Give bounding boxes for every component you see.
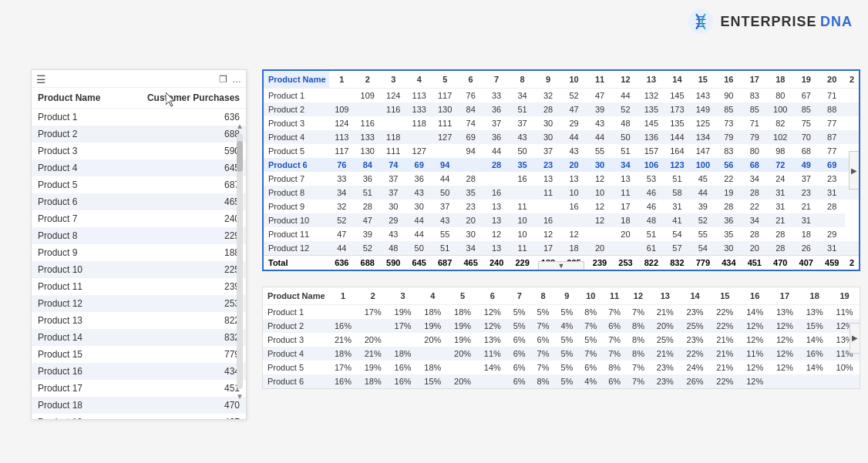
right-arrow-icon: ▶ xyxy=(851,166,857,175)
matrix-top-wrapper: Product Name1234567891011121314151617181… xyxy=(262,69,860,271)
right-arrow-icon-bottom: ▶ xyxy=(852,334,858,342)
matrix-bottom-scroll[interactable]: Product Name1234567891011121314151617181… xyxy=(263,287,860,388)
table-row: Product 12445248505134131117182061575430… xyxy=(264,241,859,256)
matrix-top: Product Name1234567891011121314151617181… xyxy=(262,69,860,271)
list-item: Product 8229 xyxy=(32,227,246,244)
col-header-bottom-1: 1 xyxy=(328,287,358,305)
list-item: Product 18470 xyxy=(32,397,246,414)
col-header-5: 5 xyxy=(432,71,457,89)
table-row: Product 51171301111279444503743555115716… xyxy=(264,144,859,158)
col-header-18: 18 xyxy=(768,71,793,89)
col-header-14: 14 xyxy=(664,71,690,89)
table-row: Product 41131331181276936433044445013614… xyxy=(264,130,859,144)
col-header-bottom-15: 15 xyxy=(710,287,740,305)
col-header-bottom-9: 9 xyxy=(555,287,579,305)
col-header-bottom-10: 10 xyxy=(579,287,603,305)
col-header-6: 6 xyxy=(458,71,483,89)
left-panel: ☰ ❐ … Product Name Customer Purchases Pr… xyxy=(31,69,247,420)
col-header-9: 9 xyxy=(535,71,560,89)
matrix-top-scroll[interactable]: Product Name1234567891011121314151617181… xyxy=(264,71,859,270)
table-row: Product 21091161331308436512847395213517… xyxy=(264,102,859,116)
header: ENTERPRISE DNA xyxy=(687,8,853,35)
table-row: Product 616%18%16%15%20%6%8%5%4%6%7%23%2… xyxy=(263,374,860,388)
scroll-down-icon[interactable]: ▼ xyxy=(236,392,244,401)
list-item: Product 4645 xyxy=(32,159,246,176)
col-header-4: 4 xyxy=(406,71,432,89)
list-item: Product 5687 xyxy=(32,176,246,193)
col-header-bottom-11: 11 xyxy=(603,287,627,305)
col-header-bottom-16: 16 xyxy=(740,287,770,305)
scroll-down-btn[interactable]: ▼ xyxy=(538,261,584,270)
list-item: Product 16434 xyxy=(32,363,246,380)
table-row: Product 31241161181117437373029434814513… xyxy=(264,116,859,130)
col-header-bottom-13: 13 xyxy=(650,287,680,305)
matrix-bottom-table: Product Name1234567891011121314151617181… xyxy=(263,287,860,388)
list-item: Product 12253 xyxy=(32,295,246,312)
panel-table: Product Name Customer Purchases Product … xyxy=(32,88,246,419)
table-row: Product 83451374350351611101011465844192… xyxy=(264,186,859,200)
table-row: Product 418%21%18%20%11%6%7%5%7%7%8%21%2… xyxy=(263,347,860,361)
scroll-thumb[interactable] xyxy=(237,141,243,172)
col-header-bottom-12: 12 xyxy=(627,287,651,305)
col-header-bottom-5: 5 xyxy=(448,287,478,305)
panel-header: ☰ ❐ … xyxy=(32,70,246,88)
table-row: Product 321%20%20%19%13%6%6%5%5%7%8%25%2… xyxy=(263,333,860,347)
col-header-3: 3 xyxy=(381,71,406,89)
list-item: Product 1636 xyxy=(32,109,246,126)
list-item: Product 6465 xyxy=(32,193,246,210)
table-row: Product 11473943445530121012122051545535… xyxy=(264,227,859,241)
col-header-17: 17 xyxy=(742,71,767,89)
more-icon[interactable]: … xyxy=(232,74,241,85)
list-item: Product 19407 xyxy=(32,414,246,419)
col-header-bottom-8: 8 xyxy=(531,287,555,305)
scroll-right-btn[interactable]: ▶ xyxy=(849,151,860,190)
col-header-10: 10 xyxy=(561,71,587,89)
table-row: Product 73336373644281613131213535145223… xyxy=(264,172,859,186)
panel-scrollbar[interactable]: ▲ ▼ xyxy=(235,119,244,404)
list-item: Product 11239 xyxy=(32,278,246,295)
list-item: Product 17451 xyxy=(32,380,246,397)
table-row: Product 93228303037231311161217463139282… xyxy=(264,200,859,213)
col-header-8: 8 xyxy=(510,71,535,89)
col-header-16: 16 xyxy=(716,71,742,89)
matrix-bottom-wrapper: Product Name1234567891011121314151617181… xyxy=(262,287,860,389)
col-header-bottom-0: Product Name xyxy=(263,287,328,305)
scroll-right-btn-bottom[interactable]: ▶ xyxy=(849,323,860,354)
panel-actions: ❐ … xyxy=(219,74,241,85)
col-purchases: Customer Purchases xyxy=(121,88,246,109)
logo-text: ENTERPRISE DNA xyxy=(721,14,853,30)
col-header-12: 12 xyxy=(613,71,638,89)
col-header-bottom-3: 3 xyxy=(388,287,418,305)
col-header-1: 1 xyxy=(329,71,355,89)
list-item: Product 9188 xyxy=(32,244,246,261)
expand-icon[interactable]: ❐ xyxy=(219,74,227,85)
matrix-bottom: Product Name1234567891011121314151617181… xyxy=(262,287,860,389)
dna-icon xyxy=(687,8,715,35)
col-header-19: 19 xyxy=(793,71,819,89)
col-header-15: 15 xyxy=(690,71,715,89)
scroll-up-icon[interactable]: ▲ xyxy=(236,122,244,130)
list-item: Product 3590 xyxy=(32,143,246,159)
list-item: Product 15779 xyxy=(32,346,246,363)
col-product-name: Product Name xyxy=(32,88,121,109)
table-row: Product 10524729444320131016121848415236… xyxy=(264,213,859,227)
table-row: Product 117%19%18%18%12%5%5%5%8%7%7%21%2… xyxy=(263,305,860,320)
col-header-bottom-19: 19 xyxy=(829,287,860,305)
col-header-bottom-7: 7 xyxy=(507,287,531,305)
list-item: Product 10225 xyxy=(32,261,246,278)
matrix-top-table: Product Name1234567891011121314151617181… xyxy=(264,71,859,270)
table-row: Product 67684746994283523203034106123100… xyxy=(264,158,859,172)
panel-scroll-area[interactable]: Product Name Customer Purchases Product … xyxy=(32,88,246,419)
table-row: Product 11091241131177633343252474413214… xyxy=(264,89,859,103)
col-header-0: Product Name xyxy=(264,71,329,89)
col-header-11: 11 xyxy=(587,71,612,89)
col-header-7: 7 xyxy=(483,71,509,89)
main-area: Product Name1234567891011121314151617181… xyxy=(262,69,860,440)
down-arrow-icon: ▼ xyxy=(558,262,565,270)
list-item: Product 7240 xyxy=(32,210,246,227)
list-item: Product 14832 xyxy=(32,329,246,346)
hamburger-icon[interactable]: ☰ xyxy=(36,73,46,86)
table-row: Product 216%17%19%19%12%5%7%4%7%6%8%20%2… xyxy=(263,319,860,333)
col-header-bottom-6: 6 xyxy=(477,287,507,305)
col-header-bottom-14: 14 xyxy=(680,287,710,305)
